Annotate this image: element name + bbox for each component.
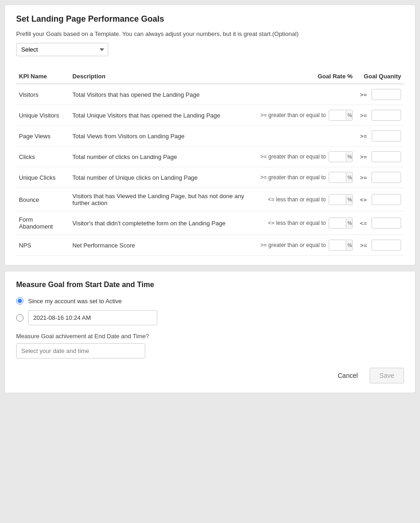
kpi-goals-card: Set Landing Page Performance Goals Prefi… — [5, 5, 415, 265]
qty-input[interactable] — [372, 110, 401, 121]
radio-custom-date[interactable] — [16, 314, 24, 322]
measure-section-title: Measure Goal from Start Date and Time — [16, 281, 404, 289]
percent-sign: % — [346, 241, 353, 250]
percent-sign: % — [346, 195, 353, 204]
kpi-name-cell: Visitors — [16, 84, 70, 105]
qty-input[interactable] — [372, 89, 401, 100]
kpi-table: KPI Name Description Goal Rate % Goal Qu… — [16, 69, 404, 256]
rate-operator-label: <= less than or equal to — [268, 196, 325, 203]
goal-qty-cell: <= — [355, 188, 404, 212]
kpi-name-cell: NPS — [16, 235, 70, 256]
template-select-wrapper[interactable]: Select — [16, 43, 108, 56]
qty-operator-symbol: >= — [358, 174, 369, 181]
kpi-desc-cell: Net Performance Score — [70, 235, 258, 256]
page-title: Set Landing Page Performance Goals — [16, 14, 404, 24]
table-header-row: KPI Name Description Goal Rate % Goal Qu… — [16, 69, 404, 84]
kpi-desc-cell: Total number of Unique clicks on Landing… — [70, 167, 258, 188]
goal-qty-cell: <= — [355, 212, 404, 235]
qty-operator-symbol: >= — [358, 133, 369, 140]
table-row: Unique VisitorsTotal Unique Visitors tha… — [16, 105, 404, 126]
kpi-name-cell: Form Abandoment — [16, 212, 70, 235]
goal-rate-cell: >= greater than or equal to% — [258, 235, 355, 256]
rate-percent-input[interactable] — [329, 172, 346, 182]
table-row: BounceVisitors that has Viewed the Landi… — [16, 188, 404, 212]
qty-input[interactable] — [372, 217, 401, 229]
page-subtitle: Prefill your Goals based on a Template. … — [16, 30, 404, 37]
qty-operator-symbol: <= — [358, 220, 369, 227]
measure-goal-card: Measure Goal from Start Date and Time Si… — [5, 271, 415, 393]
goal-qty-cell: >= — [355, 126, 404, 147]
page-wrapper: Set Landing Page Performance Goals Prefi… — [5, 5, 415, 393]
kpi-desc-cell: Total Visitors that has opened the Landi… — [70, 84, 258, 105]
goal-qty-cell: >= — [355, 167, 404, 188]
qty-input[interactable] — [372, 151, 401, 162]
goal-qty-cell: >= — [355, 84, 404, 105]
qty-operator-symbol: >= — [358, 91, 369, 98]
rate-percent-input[interactable] — [329, 152, 346, 162]
start-date-input[interactable] — [28, 310, 157, 325]
goal-rate-cell: >= greater than or equal to% — [258, 167, 355, 188]
table-row: Unique ClicksTotal number of Unique clic… — [16, 167, 404, 188]
radio-active-label: Since my account was set to Active — [28, 298, 122, 305]
rate-percent-input[interactable] — [329, 240, 346, 250]
end-date-label: Measure Goal achivement at End Date and … — [16, 333, 404, 340]
kpi-desc-cell: Visitor's that didn't completethe form o… — [70, 212, 258, 235]
percent-sign: % — [346, 173, 353, 182]
goal-qty-cell: >= — [355, 105, 404, 126]
goal-rate-cell: <= less than or equal to% — [258, 212, 355, 235]
rate-operator-label: >= greater than or equal to — [260, 174, 326, 181]
goal-qty-cell: >= — [355, 235, 404, 256]
goal-rate-cell: <= less than or equal to% — [258, 188, 355, 212]
rate-operator-label: >= greater than or equal to — [260, 112, 326, 118]
radio-row-1[interactable]: Since my account was set to Active — [16, 297, 404, 305]
kpi-name-cell: Clicks — [16, 147, 70, 167]
rate-percent-input[interactable] — [329, 194, 346, 205]
save-button[interactable]: Save — [370, 368, 404, 383]
kpi-desc-cell: Visitors that has Viewed the Landing Pag… — [70, 188, 258, 212]
kpi-name-cell: Bounce — [16, 188, 70, 212]
rate-operator-label: >= greater than or equal to — [260, 153, 326, 160]
percent-sign: % — [346, 111, 353, 120]
col-header-kpi-name: KPI Name — [16, 69, 70, 84]
end-date-input[interactable] — [16, 343, 145, 358]
qty-operator-symbol: <= — [358, 196, 369, 203]
radio-active[interactable] — [16, 297, 24, 305]
cancel-button[interactable]: Cancel — [330, 368, 365, 383]
goal-rate-cell: >= greater than or equal to% — [258, 147, 355, 167]
goal-qty-cell: >= — [355, 147, 404, 167]
kpi-name-cell: Page Views — [16, 126, 70, 147]
percent-sign: % — [346, 218, 353, 228]
table-row: Page ViewsTotal Views from Visitors on L… — [16, 126, 404, 147]
goal-rate-cell: >= greater than or equal to% — [258, 105, 355, 126]
footer-buttons: Cancel Save — [16, 358, 404, 383]
table-row: NPSNet Performance Score>= greater than … — [16, 235, 404, 256]
col-header-goal-rate: Goal Rate % — [258, 69, 355, 84]
goal-rate-cell — [258, 126, 355, 147]
rate-operator-label: <= less than or equal to — [268, 220, 325, 226]
rate-percent-input[interactable] — [329, 110, 346, 120]
template-select[interactable]: Select — [16, 43, 108, 56]
kpi-desc-cell: Total Unique Visitors that has opened th… — [70, 105, 258, 126]
table-row: Form AbandomentVisitor's that didn't com… — [16, 212, 404, 235]
percent-sign: % — [346, 152, 353, 161]
qty-input[interactable] — [372, 172, 401, 183]
table-row: VisitorsTotal Visitors that has opened t… — [16, 84, 404, 105]
goal-rate-cell — [258, 84, 355, 105]
kpi-desc-cell: Total Views from Visitors on Landing Pag… — [70, 126, 258, 147]
col-header-description: Description — [70, 69, 258, 84]
radio-row-2[interactable] — [16, 310, 404, 325]
qty-operator-symbol: >= — [358, 242, 369, 249]
kpi-name-cell: Unique Clicks — [16, 167, 70, 188]
rate-percent-input[interactable] — [329, 218, 346, 228]
kpi-name-cell: Unique Visitors — [16, 105, 70, 126]
kpi-desc-cell: Total number of clicks on Landing Page — [70, 147, 258, 167]
qty-operator-symbol: >= — [358, 112, 369, 119]
qty-input[interactable] — [372, 240, 401, 251]
qty-input[interactable] — [372, 194, 401, 205]
col-header-goal-qty: Goal Quanity — [355, 69, 404, 84]
qty-operator-symbol: >= — [358, 153, 369, 160]
rate-operator-label: >= greater than or equal to — [260, 242, 326, 248]
qty-input[interactable] — [372, 130, 401, 141]
table-row: ClicksTotal number of clicks on Landing … — [16, 147, 404, 167]
